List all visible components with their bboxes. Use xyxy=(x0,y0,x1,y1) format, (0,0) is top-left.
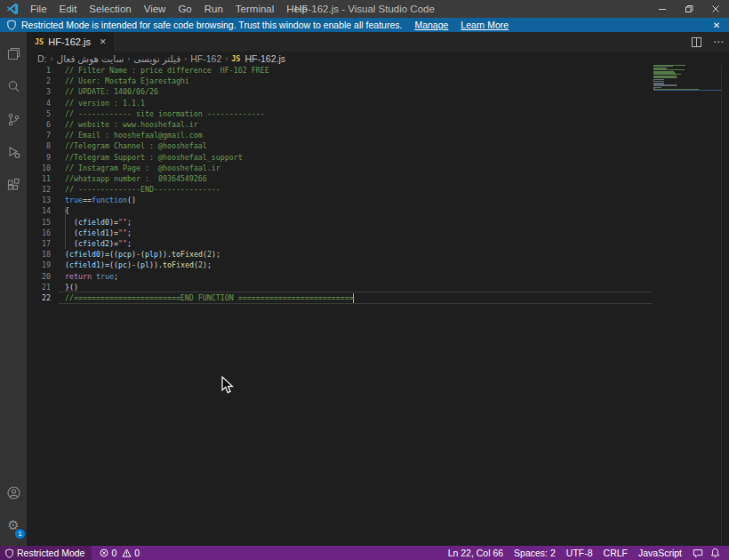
error-icon xyxy=(100,548,108,557)
status-bar: Restricted Mode 0 0 Ln 22, Col 66Spaces:… xyxy=(0,546,729,560)
line-number: 4 xyxy=(27,98,51,108)
indent-guide xyxy=(65,206,66,249)
banner-text: Restricted Mode is intended for safe cod… xyxy=(21,20,402,30)
menu-view[interactable]: View xyxy=(138,0,172,18)
line-number: 11 xyxy=(27,173,51,184)
shield-icon xyxy=(5,548,13,558)
window-title: HF-162.js - Visual Studio Code xyxy=(294,4,435,14)
menu-go[interactable]: Go xyxy=(172,0,197,18)
current-line-highlight xyxy=(59,292,652,304)
problems-status[interactable]: 0 0 xyxy=(95,548,144,558)
breadcrumb-item[interactable]: D: xyxy=(37,53,47,64)
workbench: ⚙ 1 JS HF-162.js ✕ ⋯ D:›سایت هوش فعال›فی… xyxy=(0,32,729,546)
split-editor-icon[interactable] xyxy=(691,36,702,48)
tab-close-icon[interactable]: ✕ xyxy=(100,37,107,46)
search-icon[interactable] xyxy=(0,70,27,103)
line-number: 19 xyxy=(27,260,51,270)
breadcrumb-item[interactable]: سایت هوش فعال xyxy=(57,53,124,64)
breadcrumb-item[interactable]: HF-162 xyxy=(190,53,221,64)
manage-link[interactable]: Manage xyxy=(414,20,448,30)
code-line[interactable]: 18(cfield0)=((pcp)-(plp)).toFixed(2); xyxy=(27,249,729,260)
line-number: 6 xyxy=(27,119,51,130)
chevron-right-icon: › xyxy=(225,54,228,63)
code-line[interactable]: 8//Telegram Channel : @hooshefaal xyxy=(27,140,729,151)
code-line[interactable]: 9//Telegram Support : @hooshefaal_suppor… xyxy=(27,152,729,163)
restricted-mode-status[interactable]: Restricted Mode xyxy=(0,546,92,560)
chevron-right-icon: › xyxy=(184,54,187,63)
code-line[interactable]: 6// website : www.hooshefaal.ir xyxy=(27,119,729,130)
code-line[interactable]: 12// --------------END--------------- xyxy=(27,184,729,195)
extensions-icon[interactable] xyxy=(0,169,27,202)
more-actions-icon[interactable]: ⋯ xyxy=(713,36,724,48)
code-line[interactable]: 11//whatsapp number : 09364549266 xyxy=(27,173,729,184)
code-line[interactable]: 17 (cfield2)=""; xyxy=(27,238,729,249)
line-number: 16 xyxy=(27,228,51,238)
breadcrumb-item[interactable]: فیلتر نویسی xyxy=(133,53,180,64)
code-line[interactable]: 16 (cfield1)=""; xyxy=(27,228,729,238)
encoding-status[interactable]: UTF-8 xyxy=(561,548,598,558)
code-line[interactable]: 4// version : 1.1.1 xyxy=(27,98,729,108)
line-number: 14 xyxy=(27,205,51,216)
overview-ruler-border xyxy=(721,65,722,546)
code-line[interactable]: 5// ------------ site inormation -------… xyxy=(27,108,729,119)
chevron-right-icon: › xyxy=(127,54,130,63)
vscode-logo-icon xyxy=(6,3,19,15)
warning-count: 0 xyxy=(134,548,140,558)
indentation-status[interactable]: Spaces: 2 xyxy=(509,548,561,558)
vscode-window: FileEditSelectionViewGoRunTerminalHelp H… xyxy=(0,0,729,560)
menu-selection[interactable]: Selection xyxy=(83,0,137,18)
code-line[interactable]: 20return true; xyxy=(27,271,729,282)
cursor-position-status[interactable]: Ln 22, Col 66 xyxy=(443,548,509,558)
minimap-cursor-line xyxy=(653,90,721,91)
code-editor[interactable]: 1// Filter Name : price difference HF-16… xyxy=(27,65,729,546)
activity-bar: ⚙ 1 xyxy=(0,32,27,546)
code-line[interactable]: 7// Email : hooshefaal@gmail.com xyxy=(27,130,729,140)
code-area: 1// Filter Name : price difference HF-16… xyxy=(27,65,729,303)
settings-badge: 1 xyxy=(15,529,25,539)
banner-close-icon[interactable]: ✕ xyxy=(709,20,724,30)
js-file-icon: JS xyxy=(231,54,240,63)
line-number: 12 xyxy=(27,184,51,195)
feedback-status[interactable] xyxy=(687,548,705,558)
restricted-mode-label: Restricted Mode xyxy=(17,548,84,558)
menu-edit[interactable]: Edit xyxy=(53,0,84,18)
code-line[interactable]: 15 (cfield0)=""; xyxy=(27,217,729,228)
code-line[interactable]: 1// Filter Name : price difference HF-16… xyxy=(27,65,729,76)
code-line[interactable]: 10// Instagram Page : @hooshefaal.ir xyxy=(27,163,729,173)
close-window-button[interactable] xyxy=(702,0,729,18)
bell-icon xyxy=(710,548,720,558)
editor-actions: ⋯ xyxy=(691,32,724,52)
line-number: 10 xyxy=(27,163,51,173)
code-line[interactable]: 13true==function() xyxy=(27,195,729,205)
menu-terminal[interactable]: Terminal xyxy=(229,0,280,18)
code-line[interactable]: 2// User: Mostafa Ejarestaghi xyxy=(27,76,729,86)
minimize-button[interactable] xyxy=(649,0,676,18)
settings-gear-icon[interactable]: ⚙ 1 xyxy=(0,509,27,542)
line-number: 17 xyxy=(27,238,51,249)
language-mode-status[interactable]: JavaScript xyxy=(633,548,687,558)
code-line[interactable]: 19(cfield1)=((pc)-(pl)).toFixed(2); xyxy=(27,260,729,270)
status-left: Restricted Mode 0 0 xyxy=(0,546,144,560)
account-icon[interactable] xyxy=(0,476,27,509)
line-number: 9 xyxy=(27,152,51,163)
code-line[interactable]: 14{ xyxy=(27,205,729,216)
breadcrumb-item[interactable]: JSHF-162.js xyxy=(231,53,285,64)
restore-button[interactable] xyxy=(676,0,702,18)
tab-label: HF-162.js xyxy=(48,36,91,47)
line-number: 2 xyxy=(27,76,51,86)
explorer-icon[interactable] xyxy=(0,37,27,70)
line-number: 1 xyxy=(27,65,51,76)
warning-icon xyxy=(122,548,132,557)
tab-hf-162[interactable]: JS HF-162.js ✕ xyxy=(27,32,115,52)
run-debug-icon[interactable] xyxy=(0,136,27,169)
feedback-icon xyxy=(693,548,703,558)
learn-more-link[interactable]: Learn More xyxy=(461,20,509,30)
menu-file[interactable]: File xyxy=(24,0,53,18)
menu-run[interactable]: Run xyxy=(198,0,229,18)
eol-status[interactable]: CRLF xyxy=(598,548,633,558)
notifications-status[interactable] xyxy=(705,548,725,558)
line-number: 5 xyxy=(27,108,51,119)
source-control-icon[interactable] xyxy=(0,103,27,136)
line-number: 18 xyxy=(27,249,51,260)
code-line[interactable]: 3// UPDATE: 1400/06/26 xyxy=(27,86,729,97)
